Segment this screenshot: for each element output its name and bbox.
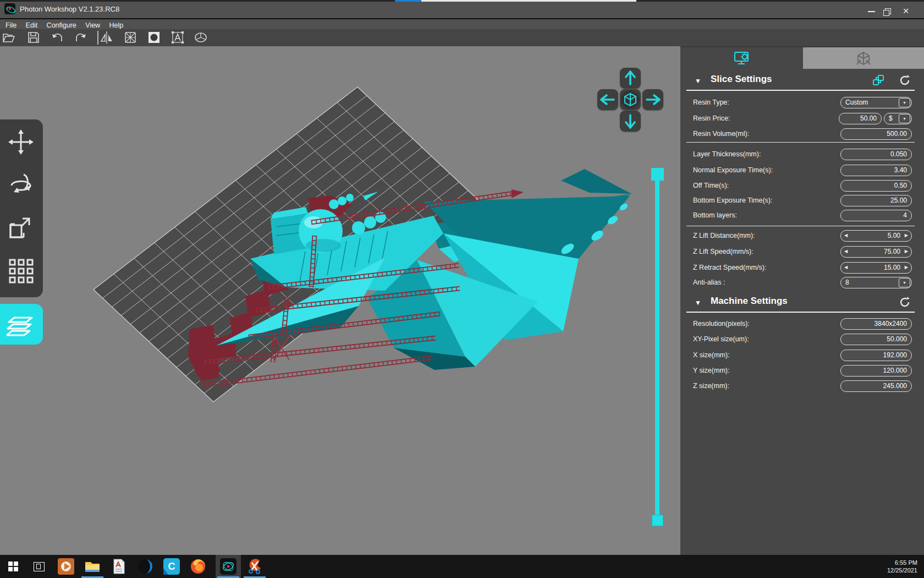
text-tool-button[interactable] <box>170 30 186 45</box>
media-player-icon <box>58 558 74 575</box>
taskbar-snip-tool[interactable] <box>242 555 267 578</box>
menu-edit[interactable]: Edit <box>26 21 38 29</box>
clone-array-tool-button[interactable] <box>6 255 36 287</box>
view-cube-home-button[interactable] <box>620 89 641 110</box>
z-lift-distance-label: Z Lift Distance(mm): <box>693 232 755 239</box>
spin-right-icon[interactable]: ▶ <box>905 249 908 254</box>
photon-workshop-icon <box>220 558 237 575</box>
resolution-value: 3840x2400 <box>875 320 907 328</box>
machine-settings-title: Machine Settings <box>711 296 788 307</box>
normal-exposure-label: Normal Exposure Time(s): <box>693 166 773 174</box>
wordpad-icon <box>111 558 127 575</box>
z-retract-speed-spinner[interactable]: ◀ 15.00 ▶ <box>840 262 912 274</box>
layer-slider-end-stop[interactable] <box>652 515 663 526</box>
row-anti-alias: Anti-alias : 8 ▼ <box>680 277 924 288</box>
maximize-button[interactable] <box>879 6 896 17</box>
spin-left-icon[interactable]: ◀ <box>844 233 848 238</box>
normal-exposure-input[interactable]: 3.40 <box>840 165 912 176</box>
resin-price-input[interactable]: 50.00 <box>839 113 882 124</box>
off-time-label: Off Time(s): <box>693 182 729 189</box>
spin-left-icon[interactable]: ◀ <box>844 265 848 270</box>
scale-tool-button[interactable] <box>6 211 36 243</box>
model-box-icon <box>855 51 872 66</box>
taskbar-firefox[interactable] <box>185 555 211 578</box>
dropdown-arrow-icon[interactable]: ▼ <box>899 278 910 287</box>
layer-slider-track[interactable] <box>655 181 659 515</box>
close-button[interactable]: ✕ <box>898 6 914 17</box>
collapse-arrow-icon[interactable]: ▼ <box>695 77 701 85</box>
view-rotate-left-button[interactable] <box>597 89 618 110</box>
view-rotate-down-button[interactable] <box>620 111 641 132</box>
redo-button[interactable] <box>74 30 89 45</box>
toolbar-separator <box>97 31 98 45</box>
taskbar-media-player[interactable] <box>53 555 79 578</box>
tab-slice-settings[interactable] <box>680 47 803 69</box>
bottom-exposure-input[interactable]: 25.00 <box>840 195 912 206</box>
taskbar-clock[interactable]: 6:55 PM 12/25/2021 <box>887 559 917 574</box>
taskbar-studio-app[interactable] <box>133 555 158 578</box>
open-file-button[interactable] <box>2 30 17 45</box>
slice-button-active[interactable] <box>0 304 43 345</box>
normal-exposure-value: 3.40 <box>894 166 907 174</box>
currency-dropdown[interactable]: $ ▼ <box>884 113 912 124</box>
row-resin-volume: Resin Volume(ml): 500.00 <box>680 128 924 140</box>
undo-button[interactable] <box>50 30 65 45</box>
move-tool-button[interactable] <box>6 126 36 158</box>
apply-to-all-icon[interactable] <box>872 74 885 87</box>
menu-file[interactable]: File <box>6 21 16 29</box>
z-size-input[interactable]: 245.000 <box>840 380 912 392</box>
windows-logo-icon <box>8 561 18 571</box>
z-retract-speed-label: Z Retract Speed(mm/s): <box>693 264 766 271</box>
viewport <box>0 46 680 555</box>
minimize-button[interactable] <box>863 6 879 17</box>
refresh-icon[interactable] <box>898 296 911 309</box>
resin-type-dropdown[interactable]: Custom ▼ <box>840 97 912 108</box>
xy-pixel-label: XY-Pixel size(um): <box>693 335 749 343</box>
menu-configure[interactable]: Configure <box>47 21 76 29</box>
menu-help[interactable]: Help <box>109 21 124 29</box>
anti-alias-dropdown[interactable]: 8 ▼ <box>840 277 912 288</box>
refresh-icon[interactable] <box>898 74 911 87</box>
y-size-input[interactable]: 120.000 <box>840 365 912 377</box>
spin-right-icon[interactable]: ▶ <box>905 233 908 238</box>
layer-thickness-input[interactable]: 0.050 <box>840 149 912 160</box>
x-size-input[interactable]: 192.000 <box>840 350 912 361</box>
start-button[interactable] <box>1 555 26 578</box>
mirror-button[interactable] <box>100 30 115 45</box>
resin-price-label: Resin Price: <box>693 114 730 122</box>
view-rotate-up-button[interactable] <box>620 68 641 89</box>
off-time-input[interactable]: 0.50 <box>840 180 912 192</box>
punch-hole-button[interactable] <box>147 30 162 45</box>
taskbar-file-explorer[interactable] <box>80 555 105 578</box>
layer-slider-handle[interactable] <box>651 168 664 181</box>
firefox-icon <box>190 558 206 575</box>
resolution-label: Resolution(pixels): <box>693 320 750 328</box>
lattice-support-button[interactable] <box>123 30 139 45</box>
save-button[interactable] <box>26 30 42 45</box>
resin-volume-input[interactable]: 500.00 <box>840 128 912 140</box>
spin-left-icon[interactable]: ◀ <box>844 249 848 254</box>
resolution-input[interactable]: 3840x2400 <box>840 318 912 330</box>
taskbar-wordpad[interactable] <box>106 555 131 578</box>
taskbar-cura[interactable]: C <box>159 555 184 578</box>
dropdown-arrow-icon[interactable]: ▼ <box>899 114 910 123</box>
z-lift-speed-spinner[interactable]: ◀ 75.00 ▶ <box>840 246 912 258</box>
tab-model-view[interactable] <box>803 47 924 69</box>
task-view-icon <box>34 562 45 571</box>
slice-settings-title: Slice Settings <box>711 74 772 85</box>
menu-view[interactable]: View <box>85 21 100 29</box>
bottom-layers-input[interactable]: 4 <box>840 210 912 221</box>
z-lift-distance-spinner[interactable]: ◀ 5.00 ▶ <box>840 230 912 242</box>
task-view-button[interactable] <box>26 555 51 578</box>
collapse-arrow-icon[interactable]: ▼ <box>695 299 701 307</box>
spin-right-icon[interactable]: ▶ <box>905 265 908 270</box>
dropdown-arrow-icon[interactable]: ▼ <box>899 98 910 107</box>
taskbar-photon-workshop-active[interactable] <box>216 555 241 578</box>
view-rotate-right-button[interactable] <box>642 89 663 110</box>
solid-shape-button[interactable] <box>194 30 209 45</box>
rotate-tool-button[interactable] <box>6 168 36 200</box>
viewport-3d[interactable] <box>0 46 680 555</box>
xy-pixel-input[interactable]: 50.000 <box>840 334 912 345</box>
row-bottom-layers: Bottom layers: 4 <box>680 210 924 221</box>
bottom-layers-value: 4 <box>903 211 907 219</box>
